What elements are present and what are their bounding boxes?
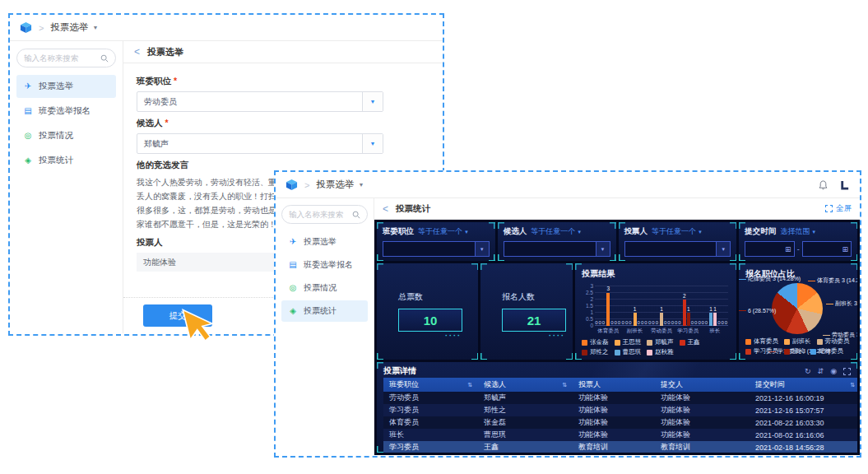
- filter-operator-dropdown[interactable]: 等于任意一个 ▼: [418, 226, 469, 237]
- legend-swatch: [745, 339, 751, 345]
- caret-down-icon[interactable]: ▼: [358, 182, 364, 188]
- sidebar-item-3[interactable]: ◎投票情况: [281, 277, 368, 299]
- caret-down-icon: ▼: [811, 230, 816, 235]
- breadcrumb[interactable]: 投票选举: [316, 179, 354, 191]
- table-cell: 功能体验: [655, 429, 750, 441]
- dropdown-button[interactable]: ▼: [362, 92, 383, 111]
- dashboard: 班委职位等于任意一个 ▼▼候选人等于任意一个 ▼▼投票人等于任意一个 ▼▼提交时…: [374, 220, 860, 455]
- legend-item: 副班长: [784, 337, 811, 346]
- filter-value-select[interactable]: ▼: [383, 241, 490, 257]
- filter-operator-dropdown[interactable]: 选择范围 ▼: [780, 226, 816, 237]
- dropdown-button[interactable]: ▼: [475, 242, 489, 256]
- table-cell: 2021-12-16 15:07:57: [750, 404, 857, 416]
- sidebar-item-label: 班委选举报名: [304, 259, 353, 271]
- legend-swatch: [582, 350, 587, 356]
- filter-operator-dropdown[interactable]: 等于任意一个 ▼: [652, 226, 703, 237]
- sidebar-item-label: 投票选举: [304, 236, 337, 248]
- table-row[interactable]: 劳动委员郑毓声功能体验功能体验2021-12-16 16:00:19: [383, 392, 857, 404]
- status-icon: ◎: [23, 132, 33, 140]
- legend-swatch: [810, 349, 816, 355]
- position-select[interactable]: 劳动委员 ▼: [137, 91, 383, 112]
- table-cell: 郑性之: [478, 404, 573, 416]
- required-mark: *: [174, 76, 177, 86]
- date-start-input[interactable]: ⊞: [745, 241, 794, 257]
- column-header[interactable]: 提交时间⇅: [750, 378, 857, 392]
- search-input[interactable]: [24, 53, 100, 63]
- bar-value-label: 1: [713, 307, 717, 313]
- sidebar-item-1[interactable]: ✈投票选举: [16, 75, 116, 98]
- sort-icon[interactable]: ⇅: [850, 382, 855, 388]
- table-cell: 功能体验: [655, 416, 750, 429]
- bar-x-label: 副班长: [621, 328, 648, 335]
- caret-down-icon: ▼: [577, 230, 582, 235]
- table-cell: 曹思琪: [478, 429, 573, 441]
- pie-chart: [772, 283, 823, 334]
- table-cell: 功能体验: [573, 404, 655, 416]
- dropdown-button[interactable]: ▼: [596, 242, 610, 256]
- bar-张金磊: [606, 293, 610, 327]
- search-icon: [352, 211, 360, 219]
- bell-icon[interactable]: [819, 180, 828, 190]
- legend-item: 班长: [784, 347, 805, 356]
- sidebar-item-label: 投票情况: [39, 130, 73, 142]
- filter-value-select[interactable]: ▼: [504, 241, 610, 257]
- breadcrumb[interactable]: 投票选举: [50, 21, 88, 34]
- bar-chart: 00.511.522.53000300000010000001000002100…: [595, 286, 728, 326]
- sort-icon[interactable]: ⇅: [467, 382, 472, 388]
- fullscreen-button[interactable]: 全屏: [825, 203, 852, 214]
- registrants-value: 21: [502, 309, 566, 332]
- expand-icon[interactable]: [843, 368, 851, 375]
- eye-icon[interactable]: ◉: [830, 367, 837, 375]
- cursor-icon: [839, 179, 850, 191]
- document-icon: ▤: [288, 261, 298, 269]
- send-icon: ✈: [288, 238, 298, 246]
- bar-group: 0003000: [595, 286, 621, 326]
- bar-x-label: 劳动委员: [648, 328, 675, 335]
- filter-label: 候选人: [504, 226, 527, 237]
- breadcrumb-chevron: >: [304, 180, 309, 190]
- sidebar-item-4[interactable]: ◈投票统计: [281, 300, 368, 322]
- legend-item: 张金磊: [582, 338, 609, 346]
- table-row[interactable]: 学习委员郑性之功能体验功能体验2021-12-16 15:07:57: [383, 404, 857, 416]
- table-cell: 2021-02-18 14:56:28: [750, 441, 857, 453]
- table-row[interactable]: 体育委员张金磊功能体验功能体验2021-08-22 16:03:30: [383, 416, 857, 429]
- legend-swatch: [817, 339, 823, 345]
- filter-operator-dropdown[interactable]: 等于任意一个 ▼: [531, 226, 582, 237]
- sort-columns-icon[interactable]: ⇵: [818, 367, 824, 375]
- back-chevron-icon[interactable]: <: [134, 46, 140, 58]
- sidebar-item-label: 投票情况: [304, 282, 337, 294]
- sidebar-item-3[interactable]: ◎投票情况: [16, 124, 116, 147]
- date-end-input[interactable]: ⊞: [802, 241, 852, 257]
- pie-label-line: [823, 335, 830, 336]
- bar-group: 0021000: [675, 286, 701, 326]
- dropdown-button[interactable]: ▼: [716, 242, 730, 256]
- table-cell: 体育委员: [383, 416, 478, 429]
- table-cell: 班长: [383, 429, 478, 441]
- table-row[interactable]: 学习委员王鑫教育培训教育培训2021-02-18 14:56:28: [383, 441, 857, 453]
- refresh-icon[interactable]: ↻: [805, 367, 811, 375]
- back-chevron-icon[interactable]: <: [383, 203, 388, 215]
- dropdown-button[interactable]: ▼: [362, 134, 383, 153]
- sort-icon[interactable]: ⇅: [562, 382, 567, 388]
- calendar-icon[interactable]: ⊞: [785, 245, 791, 253]
- table-title: 投票详情: [383, 365, 416, 377]
- column-header[interactable]: 投票人: [573, 378, 655, 392]
- sidebar-item-4[interactable]: ◈投票统计: [16, 149, 116, 172]
- sidebar-item-2[interactable]: ▤班委选举报名: [16, 100, 116, 123]
- sidebar-item-2[interactable]: ▤班委选举报名: [281, 254, 368, 276]
- sidebar-search: [16, 49, 116, 67]
- sidebar-item-1[interactable]: ✈投票选举: [281, 231, 368, 253]
- table-cell: 郑毓声: [478, 392, 573, 404]
- search-input[interactable]: [289, 210, 352, 219]
- column-header[interactable]: 提交人: [655, 378, 750, 392]
- column-header[interactable]: 班委职位⇅: [383, 378, 478, 392]
- candidate-select[interactable]: 郑毓声 ▼: [137, 133, 383, 154]
- stats-icon: ◈: [23, 156, 33, 165]
- column-header[interactable]: 候选人⇅: [478, 378, 573, 392]
- table-cell: 张金磊: [478, 416, 573, 429]
- caret-down-icon[interactable]: ▼: [92, 25, 98, 30]
- table-row[interactable]: 班长曹思琪功能体验功能体验2021-08-02 16:16:06: [383, 429, 857, 441]
- vote-detail-table: 班委职位⇅候选人⇅投票人提交人提交时间⇅ 劳动委员郑毓声功能体验功能体验2021…: [383, 378, 857, 453]
- calendar-icon[interactable]: ⊞: [842, 245, 848, 253]
- filter-value-select[interactable]: ▼: [624, 241, 731, 257]
